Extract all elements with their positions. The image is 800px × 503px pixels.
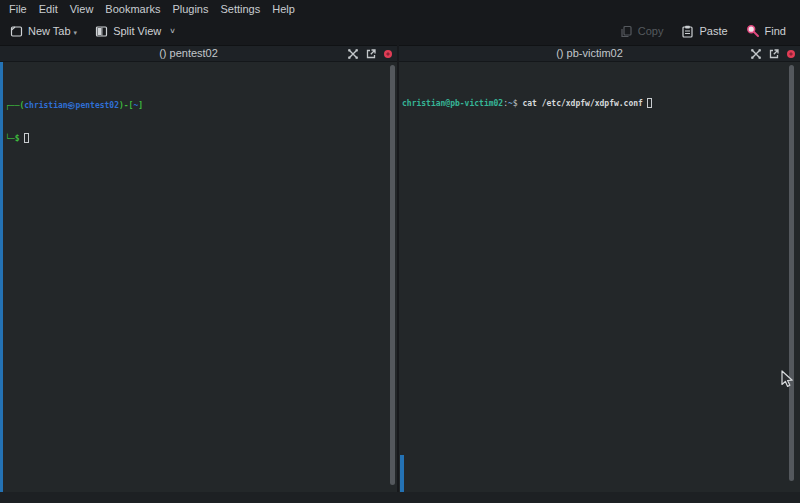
menu-edit[interactable]: Edit — [33, 0, 64, 18]
close-view-button[interactable] — [384, 50, 392, 58]
new-tab-button[interactable]: New Tab ▾ — [4, 22, 83, 41]
terminal-screen-pb-victim02[interactable]: christian@pb-victim02:~$ cat /etc/xdpfw/… — [399, 62, 800, 492]
find-icon — [746, 24, 760, 38]
menu-file[interactable]: File — [3, 0, 33, 18]
find-button[interactable]: Find — [740, 21, 792, 41]
konsole-window: File Edit View Bookmarks Plugins Setting… — [0, 0, 800, 503]
terminal-pane-pb-victim02: () pb-victim02 — [399, 45, 800, 492]
terminal-screen-pentest02[interactable]: ┌──(christian㉿pentest02)-[~] └─$ — [0, 62, 397, 492]
copy-label: Copy — [638, 25, 664, 37]
terminal-pane-pentest02: () pentest02 — [0, 45, 397, 492]
menu-bookmarks[interactable]: Bookmarks — [99, 0, 166, 18]
pane-header-pb-victim02[interactable]: () pb-victim02 — [399, 45, 800, 62]
paste-icon — [681, 25, 694, 38]
close-view-button[interactable] — [787, 50, 795, 58]
new-tab-label: New Tab — [28, 25, 71, 37]
copy-button[interactable]: Copy — [614, 22, 670, 41]
find-label: Find — [765, 25, 786, 37]
left-pane-scrollbar[interactable] — [390, 65, 395, 485]
prompt-line-1: ┌──(christian㉿pentest02)-[~] — [5, 100, 389, 111]
pane-title: () pb-victim02 — [399, 46, 800, 61]
copy-icon — [620, 25, 633, 38]
paste-label: Paste — [699, 25, 727, 37]
maximize-view-icon[interactable] — [348, 45, 358, 63]
menu-settings[interactable]: Settings — [214, 0, 266, 18]
split-view-label: Split View — [113, 25, 161, 37]
paste-button[interactable]: Paste — [675, 22, 733, 41]
text-cursor — [24, 133, 29, 143]
new-tab-dropdown-caret[interactable]: ▾ — [74, 29, 78, 37]
menu-bar: File Edit View Bookmarks Plugins Setting… — [0, 0, 800, 18]
split-view-chevron-icon[interactable]: ∨ — [169, 27, 176, 35]
main-toolbar: New Tab ▾ Split View ∨ Copy — [0, 18, 800, 44]
pane-title: () pentest02 — [0, 46, 397, 61]
split-view-icon — [95, 25, 108, 38]
menu-help[interactable]: Help — [266, 0, 301, 18]
text-cursor — [647, 98, 652, 108]
prompt-line-2: └─$ — [5, 133, 389, 144]
maximize-view-icon[interactable] — [751, 45, 761, 63]
detach-view-icon[interactable] — [769, 45, 779, 63]
window-bottom-edge — [0, 492, 800, 503]
new-tab-icon — [10, 25, 23, 38]
command-line: christian@pb-victim02:~$ cat /etc/xdpfw/… — [402, 98, 792, 109]
split-view-button[interactable]: Split View ∨ — [89, 22, 182, 41]
detach-view-icon[interactable] — [366, 45, 376, 63]
menu-plugins[interactable]: Plugins — [166, 0, 214, 18]
pane-header-pentest02[interactable]: () pentest02 — [0, 45, 397, 62]
scroll-highlight-marker — [400, 455, 404, 492]
scroll-highlight-bar — [0, 62, 3, 492]
right-pane-scrollbar[interactable] — [789, 65, 794, 481]
menu-view[interactable]: View — [64, 0, 100, 18]
